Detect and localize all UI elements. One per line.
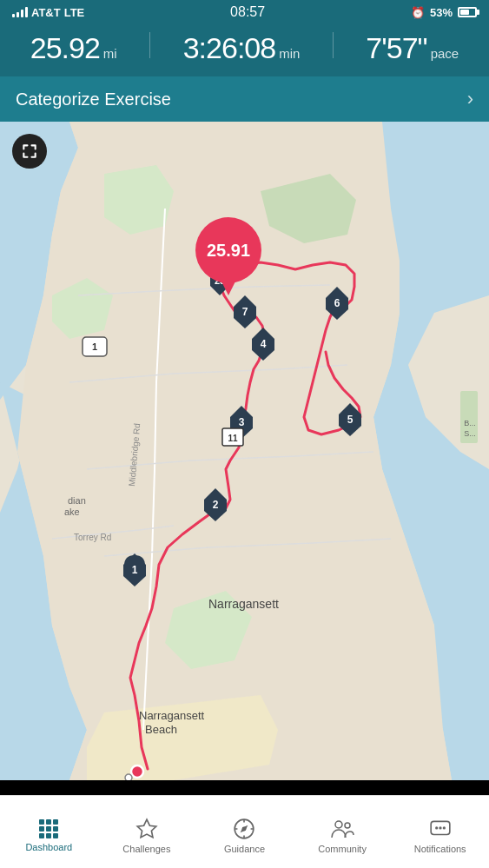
svg-text:Beach: Beach: [145, 723, 177, 736]
svg-text:Narragansett: Narragansett: [139, 709, 205, 722]
svg-text:3: 3: [239, 416, 245, 428]
svg-point-42: [439, 826, 441, 829]
tab-notifications[interactable]: Notifications: [391, 796, 489, 868]
battery-label: 53%: [430, 6, 453, 19]
status-right: ⏰ 53%: [411, 6, 477, 19]
distance-unit: mi: [103, 46, 117, 61]
distance-group: 25.92 mi: [30, 31, 117, 65]
duration-group: 3:26:08 min: [183, 31, 301, 65]
svg-text:S...: S...: [464, 429, 476, 438]
svg-point-41: [435, 826, 438, 829]
pace-value: 7'57": [366, 31, 426, 65]
status-bar: AT&T LTE 08:57 ⏰ 53%: [0, 0, 489, 24]
stats-bar: 25.92 mi 3:26:08 min 7'57" pace: [0, 24, 489, 76]
alarm-icon: ⏰: [411, 6, 425, 19]
network-label: LTE: [64, 6, 85, 19]
tab-dashboard-label: Dashboard: [25, 842, 72, 852]
tab-notifications-label: Notifications: [414, 844, 466, 854]
status-left: AT&T LTE: [12, 6, 84, 19]
tab-challenges[interactable]: Challenges: [98, 796, 196, 868]
chat-bubble-icon: [429, 818, 452, 840]
duration-value: 3:26:08: [183, 31, 275, 65]
battery-icon: [458, 7, 477, 17]
distance-value: 25.92: [30, 31, 100, 65]
chevron-right-icon: ›: [467, 88, 473, 110]
svg-point-21: [131, 765, 143, 778]
svg-text:25.91: 25.91: [207, 241, 250, 260]
tab-challenges-label: Challenges: [122, 844, 170, 854]
svg-text:7: 7: [242, 306, 248, 318]
svg-point-38: [335, 821, 342, 828]
pace-group: 7'57" pace: [366, 31, 459, 65]
svg-text:1: 1: [132, 564, 138, 576]
tab-community-label: Community: [318, 844, 367, 854]
stat-divider-1: [149, 32, 150, 58]
categorize-title: Categorize Exercise: [16, 89, 171, 109]
dashboard-icon: [39, 819, 58, 838]
stat-divider-2: [333, 32, 334, 58]
svg-text:B...: B...: [464, 419, 476, 427]
svg-text:2: 2: [213, 499, 219, 511]
star-icon: [135, 818, 158, 840]
expand-map-button[interactable]: [12, 134, 47, 169]
categorize-bar[interactable]: Categorize Exercise ›: [0, 76, 489, 122]
tab-guidance-label: Guidance: [224, 844, 265, 854]
svg-text:6: 6: [334, 297, 340, 309]
map-svg: 1 1 2 3 4 5 6: [0, 122, 489, 780]
tab-guidance[interactable]: Guidance: [195, 796, 294, 868]
svg-text:ake: ake: [64, 507, 80, 517]
tab-bar: Dashboard Challenges Guidance Community: [0, 795, 489, 868]
duration-unit: min: [279, 46, 300, 61]
svg-point-43: [442, 826, 445, 829]
signal-bars: [12, 7, 28, 17]
svg-text:5: 5: [347, 414, 354, 426]
time-display: 08:57: [230, 4, 265, 20]
svg-marker-35: [137, 819, 156, 838]
svg-text:11: 11: [228, 434, 238, 443]
svg-text:Narragansett: Narragansett: [208, 597, 279, 611]
svg-point-39: [345, 823, 350, 828]
svg-text:Torrey Rd: Torrey Rd: [74, 533, 111, 542]
tab-dashboard[interactable]: Dashboard: [0, 796, 98, 868]
carrier-label: AT&T: [31, 6, 61, 19]
pace-unit: pace: [431, 46, 459, 61]
svg-point-22: [125, 774, 132, 780]
tab-community[interactable]: Community: [294, 796, 392, 868]
map-container: 1 1 2 3 4 5 6: [0, 122, 489, 780]
svg-text:1: 1: [92, 341, 97, 352]
compass-icon: [233, 818, 255, 840]
people-icon: [330, 818, 354, 840]
svg-text:dian: dian: [68, 495, 86, 506]
svg-text:4: 4: [261, 338, 267, 350]
